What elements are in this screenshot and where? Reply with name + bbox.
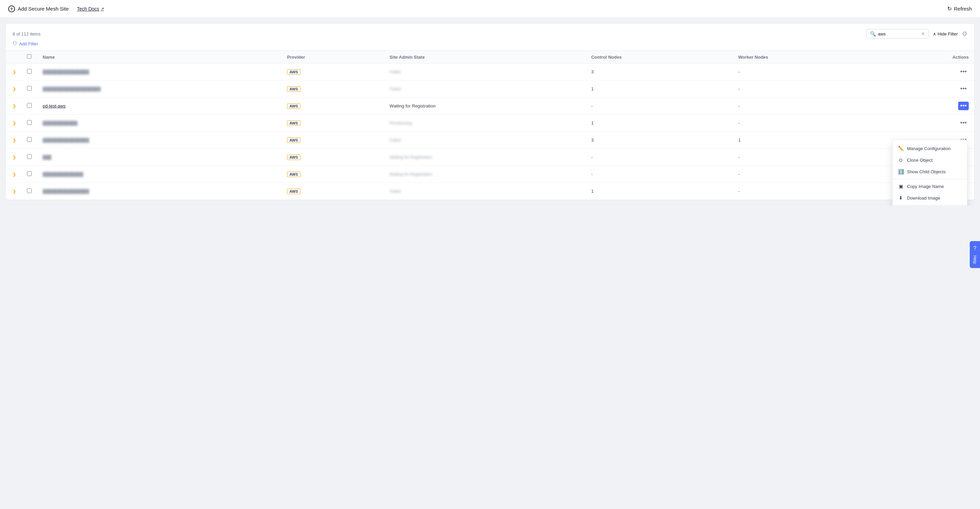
tech-docs-label: Tech Docs [77,6,99,12]
state-cell: Failed [384,132,586,149]
actions-menu-button[interactable]: ••• [958,85,969,93]
context-menu-item-copy-image[interactable]: ▣Copy Image Name [892,181,967,192]
expand-arrow-icon[interactable]: ❯ [13,155,16,160]
row-checkbox[interactable] [27,137,32,142]
provider-cell: AWS [282,166,384,183]
worker-nodes-cell: - [733,115,878,132]
actions-menu-button[interactable]: ••• [958,68,969,76]
row-checkbox[interactable] [27,154,32,159]
search-clear-button[interactable]: ✕ [921,32,925,36]
expand-arrow-icon[interactable]: ❯ [13,87,16,92]
provider-badge: AWS [287,69,301,75]
site-name-blurred: ███ [43,155,51,160]
add-site-label: Add Secure Mesh Site [18,6,68,12]
expand-arrow-icon[interactable]: ❯ [13,189,16,194]
control-nodes-cell: - [586,149,733,166]
actions-cell: ••• [878,98,974,115]
state-blurred: Failed [390,138,401,143]
site-name-blurred: ████████████████ [43,70,89,75]
table-row: ❯████████████████AWSFailed31••• [6,132,974,149]
worker-nodes-cell: - [733,183,878,200]
row-checkbox[interactable] [27,188,32,193]
context-menu-item-clone-object[interactable]: ⊙Clone Object [892,154,967,166]
row-checkbox[interactable] [27,103,32,108]
row-checkbox[interactable] [27,120,32,125]
name-cell: ██████████████ [37,166,282,183]
checkbox-cell [22,183,37,200]
table-row: ❯████████████AWSProvisioning1-••• [6,115,974,132]
worker-nodes-cell: - [733,166,878,183]
context-menu-item-show-child[interactable]: ℹ️Show Child Objects [892,166,967,178]
checkbox-cell [22,98,37,115]
context-menu: ✏️Manage Configuration⊙Clone Objectℹ️Sho… [892,140,967,206]
row-checkbox[interactable] [27,171,32,176]
table-row: ❯████████████████████AWSFailed1-••• [6,81,974,98]
provider-cell: AWS [282,81,384,98]
site-name-blurred: ████████████████ [43,138,89,143]
table-row: ❯██████████████AWSWaiting for Registrati… [6,166,974,183]
row-checkbox[interactable] [27,86,32,91]
context-menu-item-manage-config[interactable]: ✏️Manage Configuration [892,143,967,154]
control-nodes-cell: - [586,98,733,115]
expand-cell: ❯ [6,63,22,81]
actions-menu-button[interactable]: ••• [958,101,969,110]
row-checkbox[interactable] [27,69,32,74]
site-name-link[interactable]: pd-test-aws [43,103,65,108]
download-image-label: Download Image [907,195,940,201]
plus-icon: + [8,5,15,12]
table-header-row: Name Provider Site Admin State Control N… [6,51,974,63]
provider-badge: AWS [287,103,301,109]
provider-badge: AWS [287,86,301,92]
filter-bar-right: 🔍 ✕ ∧ Hide Filter ⚙ [866,29,967,38]
context-menu-divider [892,205,967,205]
hide-filter-label: Hide Filter [938,32,958,36]
worker-nodes-cell: 1 [733,132,878,149]
actions-cell: ••• [878,81,974,98]
filter-bar: 8 of 112 items 🔍 ✕ ∧ Hide Filter ⚙ [6,24,974,38]
expand-arrow-icon[interactable]: ❯ [13,104,16,108]
actions-menu-button[interactable]: ••• [958,119,969,127]
hide-filter-button[interactable]: ∧ Hide Filter [933,32,958,36]
checkbox-cell [22,149,37,166]
expand-cell: ❯ [6,149,22,166]
refresh-icon: ↻ [947,5,952,12]
table-row: ❯pd-test-awsAWSWaiting for Registration-… [6,98,974,115]
provider-badge: AWS [287,171,301,177]
name-cell: ████████████████ [37,132,282,149]
refresh-button[interactable]: ↻ Refresh [947,5,972,12]
search-input[interactable] [878,32,919,36]
control-nodes-cell: 1 [586,115,733,132]
download-image-icon: ⬇ [898,195,904,201]
expand-cell: ❯ [6,132,22,149]
name-cell: pd-test-aws [37,98,282,115]
expand-arrow-icon[interactable]: ❯ [13,138,16,143]
expand-arrow-icon[interactable]: ❯ [13,70,16,75]
add-filter-row: ⛉ Add Filter [6,38,974,51]
expand-cell: ❯ [6,115,22,132]
clone-object-label: Clone Object [907,158,932,163]
copy-image-icon: ▣ [898,184,904,189]
select-all-checkbox[interactable] [27,54,32,59]
name-cell: ███ [37,149,282,166]
context-menu-item-download-image[interactable]: ⬇Download Image [892,192,967,204]
add-filter-button[interactable]: ⛉ Add Filter [13,41,38,46]
provider-badge: AWS [287,189,301,194]
table-row: ❯████████████████AWSFailed3-••• [6,63,974,81]
manage-config-icon: ✏️ [898,146,904,151]
expand-arrow-icon[interactable]: ❯ [13,172,16,177]
expand-arrow-icon[interactable]: ❯ [13,121,16,125]
name-cell: ████████████████ [37,183,282,200]
external-link-icon: ↗ [101,6,104,11]
state-blurred: Failed [390,70,401,75]
context-menu-divider [892,179,967,179]
provider-cell: AWS [282,98,384,115]
tech-docs-link[interactable]: Tech Docs ↗ [77,6,104,12]
add-site-button[interactable]: + Add Secure Mesh Site [8,5,68,12]
provider-cell: AWS [282,149,384,166]
checkbox-cell [22,115,37,132]
settings-icon[interactable]: ⚙ [962,30,967,38]
show-child-icon: ℹ️ [898,169,904,174]
table-row: ❯███AWSWaiting for Registration--••• [6,149,974,166]
worker-nodes-cell: - [733,81,878,98]
col-worker-nodes: Worker Nodes [733,51,878,63]
